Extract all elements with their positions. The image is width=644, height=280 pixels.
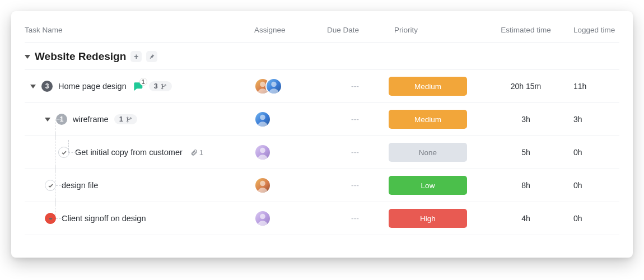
col-header-task-name: Task Name (25, 26, 249, 34)
svg-point-12 (260, 214, 265, 220)
task-name[interactable]: design file (62, 181, 98, 190)
svg-point-7 (130, 118, 131, 119)
svg-point-2 (165, 85, 166, 86)
due-date: --- (351, 181, 359, 190)
avatar[interactable] (254, 177, 271, 194)
logged-time: 0h (573, 214, 582, 223)
assignee-avatars[interactable] (254, 78, 282, 95)
subtask-pill[interactable]: 1 (114, 114, 137, 124)
estimated-time: 5h (521, 148, 530, 157)
task-list-card: Task Name Assignee Due Date Priority Est… (11, 11, 633, 258)
status-circle-icon[interactable] (45, 180, 56, 191)
attachment-count: 1 (199, 148, 203, 157)
logged-time: 3h (573, 115, 582, 124)
svg-point-1 (161, 87, 162, 88)
svg-point-0 (161, 84, 162, 85)
estimated-time: 8h (521, 181, 530, 190)
subtask-pill[interactable]: 3 (149, 81, 172, 91)
subtask-pill-count: 1 (119, 115, 123, 123)
svg-point-6 (127, 120, 128, 122)
svg-point-3 (260, 82, 265, 87)
assignee-avatars[interactable] (254, 144, 271, 161)
branch-icon (161, 83, 167, 90)
task-name[interactable]: Client signoff on design (62, 214, 146, 223)
estimated-time: 20h 15m (511, 82, 541, 91)
svg-point-9 (260, 148, 265, 153)
expand-icon[interactable] (30, 85, 36, 88)
logged-time: 0h (573, 181, 582, 190)
task-row[interactable]: design file --- Low 8h 0h (25, 169, 619, 202)
avatar[interactable] (265, 78, 282, 95)
add-task-button[interactable]: + (130, 51, 142, 62)
due-date: --- (351, 82, 359, 91)
col-header-estimated: Estimated time (484, 26, 568, 34)
subtask-pill-count: 3 (154, 82, 158, 90)
comment-icon[interactable]: 1 (132, 81, 143, 92)
assignee-avatars[interactable] (254, 177, 271, 194)
avatar[interactable] (254, 144, 271, 161)
priority-pill[interactable]: Low (389, 176, 467, 195)
col-header-due-date: Due Date (321, 26, 389, 34)
avatar[interactable] (254, 111, 271, 128)
task-row[interactable]: Client signoff on design --- High 4h 0h (25, 202, 619, 235)
col-header-priority: Priority (389, 26, 484, 34)
subtask-count-bubble: 3 (41, 81, 53, 92)
col-header-assignee: Assignee (249, 26, 321, 34)
group-title[interactable]: Website Redesign (35, 50, 126, 63)
logged-time: 11h (573, 82, 586, 91)
task-row[interactable]: 3 Home page design 1 3 --- Medium 20h 15… (25, 70, 619, 103)
attachment-icon[interactable]: 1 (190, 148, 203, 157)
svg-rect-11 (49, 218, 52, 218)
priority-pill[interactable]: Medium (389, 77, 467, 96)
svg-point-10 (260, 181, 265, 186)
assignee-avatars[interactable] (254, 111, 271, 128)
group-row: Website Redesign + (25, 43, 619, 70)
comment-count: 1 (139, 78, 147, 86)
avatar[interactable] (254, 210, 271, 227)
svg-point-4 (271, 82, 277, 87)
task-name[interactable]: Get initial copy from customer (75, 148, 183, 157)
svg-point-8 (260, 115, 265, 120)
task-row[interactable]: 1 wireframe 1 --- Medium 3h 3h (25, 103, 619, 136)
task-name[interactable]: wireframe (73, 115, 109, 124)
estimated-time: 4h (521, 214, 530, 223)
status-circle-icon[interactable] (45, 213, 56, 224)
estimated-time: 3h (521, 115, 530, 124)
logged-time: 0h (573, 148, 582, 157)
priority-pill[interactable]: None (389, 143, 467, 162)
priority-pill[interactable]: High (389, 209, 467, 228)
due-date: --- (351, 214, 359, 223)
priority-pill[interactable]: Medium (389, 110, 467, 129)
svg-point-5 (127, 117, 128, 118)
pin-icon[interactable] (146, 51, 157, 62)
expand-icon[interactable] (45, 118, 50, 122)
branch-icon (126, 116, 132, 123)
col-header-logged: Logged time (568, 26, 619, 34)
column-header-row: Task Name Assignee Due Date Priority Est… (25, 21, 619, 43)
due-date: --- (351, 115, 359, 124)
task-name[interactable]: Home page design (58, 82, 127, 91)
collapse-icon[interactable] (25, 55, 30, 59)
task-row[interactable]: Get initial copy from customer 1 --- Non… (25, 136, 619, 169)
due-date: --- (351, 148, 359, 157)
assignee-avatars[interactable] (254, 210, 271, 227)
status-circle-icon[interactable] (58, 147, 69, 158)
